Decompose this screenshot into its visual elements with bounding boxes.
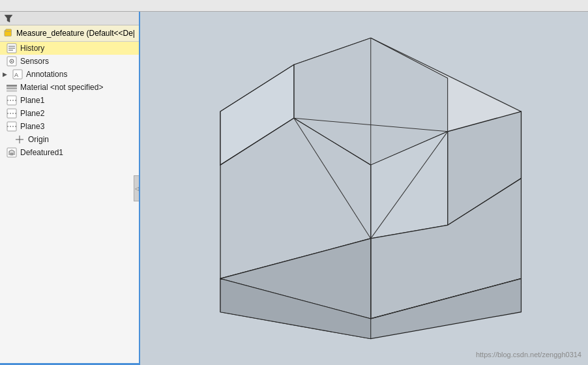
watermark: https://blog.csdn.net/zenggh0314 bbox=[476, 351, 581, 358]
svg-point-6 bbox=[11, 61, 12, 62]
svg-rect-21 bbox=[10, 153, 13, 155]
tree-item-material[interactable]: Material <not specified> bbox=[0, 81, 139, 94]
origin-label: Origin bbox=[28, 135, 49, 144]
svg-rect-2 bbox=[6, 29, 12, 32]
sensors-label: Sensors bbox=[20, 57, 49, 66]
tree-item-defeatured1[interactable]: Defeatured1 bbox=[0, 146, 139, 159]
tree-item-plane1[interactable]: Plane1 bbox=[0, 94, 139, 107]
material-icon bbox=[7, 82, 17, 93]
plane2-label: Plane2 bbox=[20, 109, 44, 118]
sensors-icon bbox=[7, 56, 17, 66]
svg-rect-11 bbox=[7, 90, 17, 92]
top-bar bbox=[0, 0, 588, 12]
tree-item-plane2[interactable]: Plane2 bbox=[0, 107, 139, 120]
tree-item-annotations[interactable]: ▶ A Annotations bbox=[0, 68, 139, 81]
tree-root-header: Measure_defeature (Default<<De| bbox=[0, 25, 139, 42]
defeatured1-label: Defeatured1 bbox=[20, 148, 63, 157]
material-label: Material <not specified> bbox=[20, 83, 103, 92]
3d-model bbox=[140, 12, 588, 365]
defeatured1-icon bbox=[7, 147, 17, 158]
tree-item-history[interactable]: History bbox=[0, 42, 139, 55]
tree-items: History Sensors ▶ bbox=[0, 42, 139, 363]
svg-rect-14 bbox=[7, 109, 16, 118]
svg-rect-10 bbox=[7, 87, 17, 89]
filter-icon bbox=[4, 14, 13, 23]
svg-text:A: A bbox=[14, 72, 18, 78]
left-panel: Measure_defeature (Default<<De| History bbox=[0, 12, 140, 365]
plane1-label: Plane1 bbox=[20, 96, 44, 105]
svg-rect-16 bbox=[7, 122, 16, 131]
annotations-label: Annotations bbox=[26, 70, 67, 79]
svg-rect-9 bbox=[7, 85, 17, 87]
tree-item-plane3[interactable]: Plane3 bbox=[0, 120, 139, 133]
annotations-icon: A bbox=[12, 69, 23, 80]
tree-root-label: Measure_defeature (Default<<De| bbox=[16, 29, 135, 38]
panel-collapse-handle[interactable]: ◁ bbox=[134, 175, 139, 201]
part-icon bbox=[4, 28, 13, 38]
plane2-icon bbox=[7, 108, 17, 119]
panel-header bbox=[0, 12, 139, 25]
plane1-icon bbox=[7, 95, 17, 106]
main-area: Measure_defeature (Default<<De| History bbox=[0, 12, 588, 365]
tree-item-sensors[interactable]: Sensors bbox=[0, 55, 139, 68]
viewport[interactable]: https://blog.csdn.net/zenggh0314 bbox=[140, 12, 588, 365]
history-label: History bbox=[20, 44, 44, 53]
tree-item-origin[interactable]: Origin bbox=[0, 133, 139, 146]
plane3-label: Plane3 bbox=[20, 122, 44, 131]
plane3-icon bbox=[7, 121, 17, 132]
expand-arrow: ▶ bbox=[3, 71, 9, 78]
history-icon bbox=[7, 43, 17, 53]
origin-icon bbox=[14, 134, 25, 145]
svg-marker-0 bbox=[5, 15, 12, 22]
svg-rect-12 bbox=[7, 96, 16, 105]
